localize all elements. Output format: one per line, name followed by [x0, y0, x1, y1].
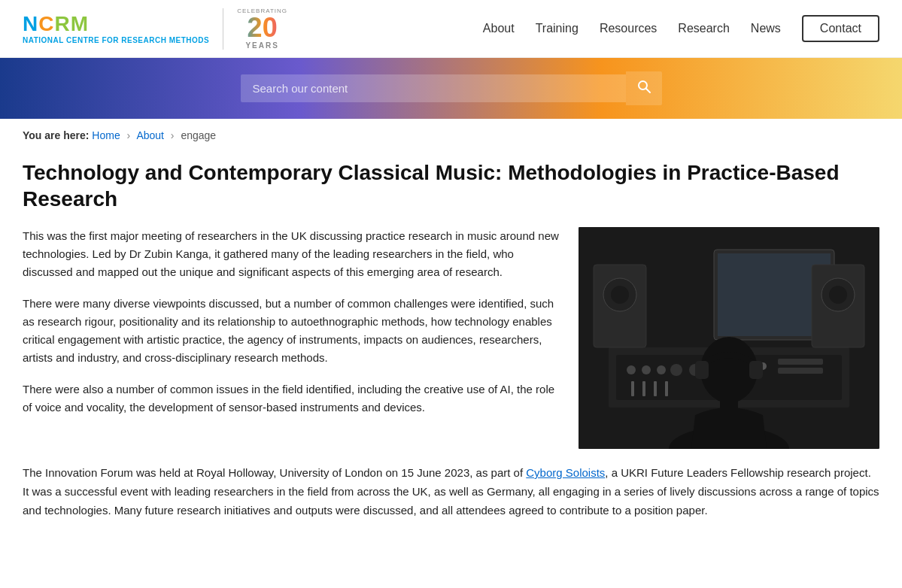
nav-news[interactable]: News — [751, 22, 781, 35]
search-inner — [241, 71, 662, 105]
final-para-before-link: The Innovation Forum was held at Royal H… — [23, 466, 526, 479]
svg-point-8 — [627, 365, 636, 374]
svg-rect-18 — [778, 368, 823, 374]
breadcrumb-prefix: You are here: — [23, 129, 89, 141]
svg-point-10 — [657, 365, 666, 374]
full-text-section: The Innovation Forum was held at Royal H… — [23, 464, 879, 520]
logo-subtitle: National Centre for Research Methods — [23, 36, 209, 44]
nav-training[interactable]: Training — [536, 22, 579, 35]
svg-rect-19 — [631, 381, 634, 396]
logo-c: C — [38, 12, 54, 35]
breadcrumb-sep-1: › — [127, 129, 131, 141]
svg-rect-31 — [720, 396, 738, 415]
nav-about[interactable]: About — [483, 22, 515, 35]
main-content: Technology and Contemporary Classical Mu… — [0, 152, 902, 562]
svg-rect-22 — [665, 381, 668, 396]
breadcrumb-sep-2: › — [171, 129, 175, 141]
svg-point-25 — [611, 286, 629, 304]
article-image — [579, 227, 879, 449]
search-input[interactable] — [241, 74, 626, 102]
svg-rect-32 — [695, 361, 709, 379]
studio-svg — [579, 227, 879, 449]
breadcrumb: You are here: Home › About › engage — [0, 119, 902, 152]
search-bar — [0, 58, 902, 119]
celebrating-area: Celebrating 20 YEARS — [237, 8, 287, 50]
breadcrumb-current: engage — [181, 129, 216, 141]
breadcrumb-about[interactable]: About — [136, 129, 164, 141]
contact-button[interactable]: Contact — [802, 15, 879, 42]
svg-point-9 — [642, 365, 651, 374]
text-column: This was the first major meeting of rese… — [23, 227, 560, 449]
years-number: 20 — [237, 14, 287, 41]
years-label: YEARS — [237, 41, 287, 50]
nav-resources[interactable]: Resources — [600, 22, 657, 35]
final-paragraph: The Innovation Forum was held at Royal H… — [23, 464, 879, 520]
svg-rect-21 — [654, 381, 657, 396]
logo-acronym: NCRM — [23, 13, 209, 36]
logo-area: NCRM National Centre for Research Method… — [23, 8, 287, 50]
breadcrumb-home[interactable]: Home — [92, 129, 120, 141]
search-icon — [636, 79, 651, 94]
search-button[interactable] — [626, 71, 662, 105]
main-nav: About Training Resources Research News C… — [483, 15, 879, 42]
paragraph-2: There were many diverse viewpoints discu… — [23, 295, 560, 367]
content-with-image: This was the first major meeting of rese… — [23, 227, 879, 449]
svg-rect-17 — [778, 359, 823, 365]
svg-rect-33 — [749, 361, 763, 379]
cyborg-soloists-link[interactable]: Cyborg Soloists — [526, 466, 605, 479]
paragraph-3: There were also a number of common issue… — [23, 380, 560, 417]
svg-point-28 — [829, 286, 847, 304]
svg-line-1 — [645, 89, 650, 93]
svg-point-11 — [670, 364, 682, 376]
paragraph-1: This was the first major meeting of rese… — [23, 227, 560, 281]
logo-divider — [223, 8, 223, 50]
site-header: NCRM National Centre for Research Method… — [0, 0, 902, 58]
logo-m: M — [71, 12, 89, 35]
logo-n: N — [23, 12, 38, 35]
svg-rect-20 — [642, 381, 645, 396]
logo-r: R — [54, 12, 70, 35]
nav-research[interactable]: Research — [678, 22, 729, 35]
page-title: Technology and Contemporary Classical Mu… — [23, 159, 879, 212]
svg-point-30 — [700, 337, 758, 403]
studio-image-graphic — [579, 227, 879, 449]
logo-text: NCRM National Centre for Research Method… — [23, 13, 209, 44]
